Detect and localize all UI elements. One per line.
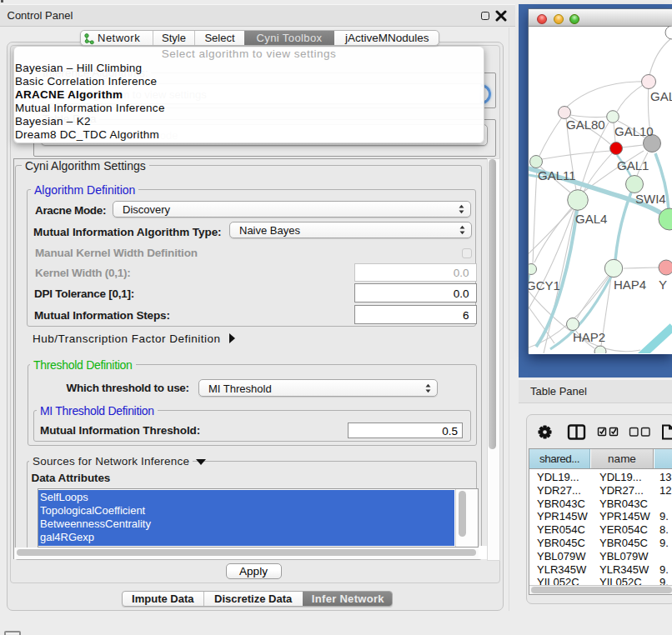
svg-text:Y: Y [659, 278, 667, 292]
svg-text:HAP4: HAP4 [614, 278, 646, 292]
svg-text:GCY1: GCY1 [529, 278, 560, 292]
svg-text:GAL80: GAL80 [566, 118, 605, 132]
svg-text:SWI4: SWI4 [635, 192, 666, 206]
svg-text:HAP2: HAP2 [573, 330, 605, 344]
svg-text:GAL4: GAL4 [575, 212, 607, 226]
svg-text:GAL10: GAL10 [614, 124, 654, 138]
svg-text:GAL1: GAL1 [617, 158, 649, 172]
svg-text:GAL: GAL [650, 89, 672, 103]
svg-text:GAL11: GAL11 [538, 168, 576, 182]
